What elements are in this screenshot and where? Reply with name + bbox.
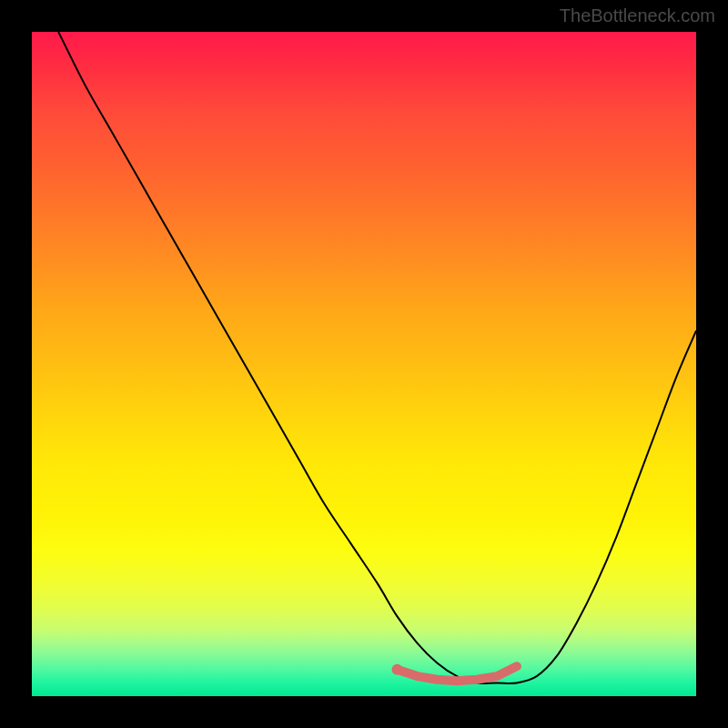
optimal-marker (398, 666, 517, 681)
optimal-marker-start (392, 664, 403, 675)
watermark-text: TheBottleneck.com (560, 5, 715, 26)
curve-svg (32, 32, 696, 696)
plot-area (32, 32, 696, 696)
bottleneck-curve (58, 32, 696, 683)
